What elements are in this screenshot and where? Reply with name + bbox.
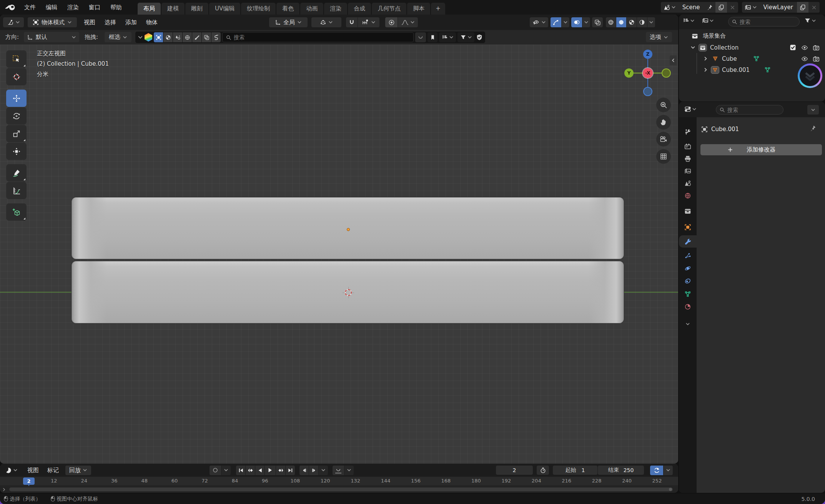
- collapsed-chevron-icon[interactable]: [703, 67, 708, 72]
- outliner-display-mode-selector[interactable]: [683, 17, 695, 24]
- viewlayer-delete-button[interactable]: [808, 2, 820, 13]
- timeline-menu-1[interactable]: 标记: [43, 467, 63, 474]
- shelf-collapse-chevron-icon[interactable]: [138, 35, 143, 40]
- filter-actions-button[interactable]: [211, 32, 221, 42]
- preview-range-toggle[interactable]: [537, 466, 549, 475]
- gizmo-axis-y-neg[interactable]: [662, 68, 671, 78]
- camera-icon[interactable]: [813, 44, 820, 51]
- tool-rotate[interactable]: [6, 107, 27, 125]
- topbar-menu-2[interactable]: 渲染: [62, 0, 84, 15]
- filter-textures-button[interactable]: [173, 32, 182, 42]
- playback-sync-toggle[interactable]: [650, 466, 663, 475]
- topbar-menu-0[interactable]: 文件: [19, 0, 41, 15]
- tool-transform[interactable]: [6, 143, 27, 160]
- tool-scale[interactable]: [6, 125, 27, 142]
- pin-icon[interactable]: [810, 125, 816, 131]
- keying-set-button[interactable]: [333, 466, 344, 475]
- tab-constraints[interactable]: [679, 275, 697, 287]
- frame-step-dropdown[interactable]: [319, 466, 328, 475]
- expand-chevron-icon[interactable]: [690, 45, 695, 50]
- workspace-tab-3[interactable]: UV编辑: [209, 3, 240, 15]
- mode-selector[interactable]: 物体模式: [28, 17, 77, 27]
- checkbox-icon[interactable]: [790, 44, 796, 51]
- shelf-arc-button[interactable]: [415, 32, 426, 42]
- workspace-tab-7[interactable]: 渲染: [324, 3, 347, 15]
- timeline-ruler[interactable]: 1224364860728496108120132144156168180192…: [0, 477, 678, 486]
- tab-material[interactable]: [679, 301, 697, 313]
- addon-logo-badge[interactable]: [798, 63, 822, 88]
- options-dropdown[interactable]: 选项: [646, 32, 672, 42]
- outliner-row-collection[interactable]: Collection: [679, 42, 825, 53]
- scene-new-button[interactable]: [715, 2, 727, 13]
- outliner-search-field[interactable]: [728, 17, 800, 27]
- overlays-dropdown[interactable]: [582, 17, 590, 27]
- blender-logo-icon[interactable]: [5, 3, 16, 12]
- transform-orientation-selector[interactable]: 全局: [269, 17, 308, 27]
- scene-pin-button[interactable]: [704, 2, 715, 13]
- auto-key-dropdown[interactable]: [221, 466, 231, 475]
- workspace-tab-6[interactable]: 动画: [300, 3, 323, 15]
- prev-keyframe-button[interactable]: [246, 466, 255, 475]
- play-reverse-button[interactable]: [255, 466, 264, 475]
- workspace-tab-10[interactable]: 脚本: [407, 3, 430, 15]
- tool-annotate[interactable]: [6, 164, 27, 181]
- tab-modifiers[interactable]: [679, 235, 697, 248]
- snap-toggle-button[interactable]: [346, 17, 358, 27]
- outliner-row-scene-collection[interactable]: 场景集合: [679, 31, 825, 41]
- xray-toggle[interactable]: [592, 17, 603, 27]
- topbar-menu-1[interactable]: 编辑: [41, 0, 62, 15]
- tab-physics[interactable]: [679, 262, 697, 274]
- tab-world[interactable]: [679, 190, 697, 202]
- outliner-viewlayer-selector[interactable]: [702, 17, 714, 24]
- tab-particles[interactable]: [679, 250, 697, 262]
- viewlayer-datablock-menu[interactable]: [742, 2, 760, 13]
- shelf-search-input[interactable]: [234, 34, 410, 40]
- frame-forward-button[interactable]: [309, 466, 318, 475]
- expand-channels-chevron-icon[interactable]: [2, 487, 6, 492]
- tab-viewlayer[interactable]: [679, 165, 697, 177]
- properties-options-dropdown[interactable]: [807, 105, 819, 115]
- eye-icon[interactable]: [801, 55, 808, 62]
- shelf-search-field[interactable]: [222, 32, 414, 42]
- viewport-menu-2[interactable]: 添加: [121, 15, 141, 30]
- eye-icon[interactable]: [801, 44, 808, 51]
- gizmo-axis-z-neg[interactable]: [643, 87, 652, 96]
- shelf-display-mode-selector[interactable]: [439, 32, 456, 42]
- sync-dropdown[interactable]: [664, 466, 673, 475]
- add-workspace-button[interactable]: +: [431, 3, 445, 15]
- drag-orientation-selector[interactable]: 默认: [24, 32, 79, 42]
- workspace-tab-0[interactable]: 布局: [138, 3, 161, 15]
- shading-solid-button[interactable]: [616, 17, 626, 27]
- scene-name[interactable]: Scene: [679, 4, 704, 11]
- tab-object-data[interactable]: [679, 288, 697, 300]
- tool-cursor[interactable]: [6, 68, 27, 85]
- gizmo-dropdown[interactable]: [562, 17, 569, 27]
- gizmo-axis-y[interactable]: Y: [624, 68, 634, 78]
- sidebar-collapse-button[interactable]: [670, 55, 677, 65]
- show-gizmo-toggle[interactable]: [551, 17, 561, 27]
- tab-overflow-chevron[interactable]: [679, 318, 697, 330]
- shelf-filter-dropdown[interactable]: [457, 32, 474, 42]
- scene-delete-button[interactable]: [727, 2, 738, 13]
- play-button[interactable]: [265, 466, 276, 475]
- shading-material-button[interactable]: [627, 17, 637, 27]
- current-frame-field[interactable]: 2: [496, 466, 533, 475]
- drag-mode-selector[interactable]: 框选: [105, 32, 131, 42]
- tool-select-box[interactable]: [6, 50, 27, 68]
- tab-output[interactable]: [679, 153, 697, 165]
- end-frame-field[interactable]: 结束250: [598, 466, 644, 475]
- perspective-toggle-button[interactable]: [656, 149, 671, 164]
- tab-collection[interactable]: [679, 205, 697, 217]
- gizmo-axis-x-neg[interactable]: -X: [643, 68, 653, 78]
- camera-view-button[interactable]: [656, 132, 671, 146]
- outliner-row-cube[interactable]: Cube: [679, 53, 825, 64]
- add-modifier-button[interactable]: 添加修改器: [700, 144, 822, 155]
- workspace-tab-5[interactable]: 着色: [276, 3, 299, 15]
- outliner-filter-dropdown[interactable]: [804, 17, 816, 24]
- scene-datablock-menu[interactable]: [661, 2, 679, 13]
- filter-worlds-button[interactable]: [183, 32, 192, 42]
- shading-wireframe-button[interactable]: [606, 17, 616, 27]
- timeline-menu-2[interactable]: 回放: [65, 466, 91, 475]
- timeline-menu-0[interactable]: 视图: [23, 467, 43, 474]
- shield-check-icon[interactable]: [476, 34, 483, 41]
